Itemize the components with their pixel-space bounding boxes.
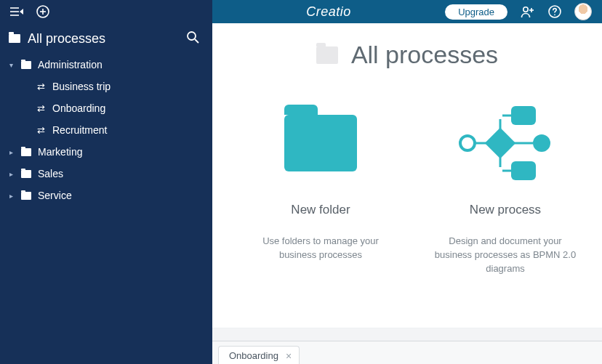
svg-point-7 [188,32,196,40]
help-icon[interactable] [548,5,561,18]
sidebar-item-sales[interactable]: ▸ Sales [4,163,206,185]
process-icon: ⇄ [35,82,47,92]
sidebar-item-label: Recruitment [52,124,107,136]
menu-collapse-icon[interactable] [10,7,23,17]
svg-point-9 [523,7,528,12]
chevron-right-icon: ▸ [7,192,15,200]
process-diagram-icon [454,103,556,183]
folder-icon [20,192,32,200]
sidebar-item-label: Sales [38,168,63,179]
chevron-down-icon: ▾ [7,61,15,69]
sidebar-item-marketing[interactable]: ▸ Marketing [4,141,206,163]
svg-marker-3 [20,9,23,15]
folder-icon [20,170,32,178]
content-area: All processes New folder Use folders to … [212,23,602,328]
chevron-right-icon: ▸ [7,148,15,156]
sidebar-item-recruitment[interactable]: ⇄ Recruitment [19,119,206,141]
svg-rect-21 [511,161,536,180]
card-title: New folder [243,203,398,217]
sidebar-item-label: Marketing [38,146,82,158]
svg-rect-16 [485,128,515,158]
svg-point-14 [460,136,475,150]
chevron-right-icon: ▸ [7,170,15,178]
svg-rect-18 [511,106,536,125]
sidebar-item-administration[interactable]: ▾ Administration [4,54,206,76]
card-desc: Design and document your business proces… [428,235,583,276]
tabstrip: Onboarding × [212,341,602,364]
sidebar-item-label: Business trip [52,81,111,92]
process-icon: ⇄ [35,126,47,135]
add-user-icon[interactable] [521,5,535,18]
avatar[interactable] [574,3,592,20]
sidebar-item-label: Administration [38,59,103,70]
divider [212,328,602,341]
search-icon[interactable] [186,31,199,46]
upgrade-button[interactable]: Upgrade [445,4,507,20]
sidebar: All processes ▾ Administration ⇄ [0,0,212,364]
card-new-process[interactable]: New process Design and document your bus… [428,100,583,276]
sidebar-item-label: Service [38,190,72,201]
svg-point-13 [554,14,555,15]
folder-icon [9,34,20,43]
folder-icon [20,61,32,69]
tab-label: Onboarding [229,350,278,361]
page-title: All processes [351,41,498,69]
sidebar-item-business-trip[interactable]: ⇄ Business trip [19,76,206,97]
sidebar-item-onboarding[interactable]: ⇄ Onboarding [19,97,206,119]
close-icon[interactable]: × [286,351,292,361]
card-desc: Use folders to manage your business proc… [243,235,398,262]
process-icon: ⇄ [35,104,47,113]
sidebar-item-label: Onboarding [52,102,105,114]
tab-onboarding[interactable]: Onboarding × [218,346,300,364]
topbar: Creatio Upgrade [212,0,602,23]
folder-icon [284,115,357,171]
sidebar-item-service[interactable]: ▸ Service [4,185,206,206]
card-new-folder[interactable]: New folder Use folders to manage your bu… [243,100,398,276]
sidebar-title: All processes [28,31,105,46]
svg-line-8 [195,39,198,43]
card-title: New process [428,203,583,217]
folder-icon [20,148,32,156]
app-logo: Creatio [212,4,445,20]
folder-icon [316,46,338,64]
add-icon[interactable] [36,5,49,18]
